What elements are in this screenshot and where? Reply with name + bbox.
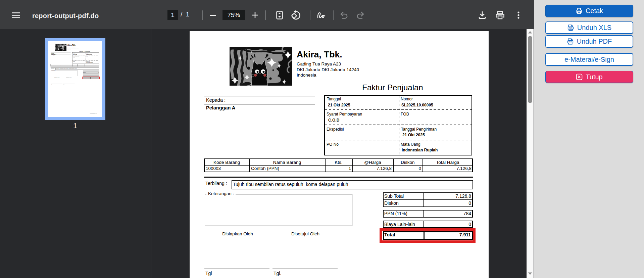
svg-text:XLS: XLS xyxy=(569,27,573,29)
svg-text:PDF: PDF xyxy=(568,41,573,43)
